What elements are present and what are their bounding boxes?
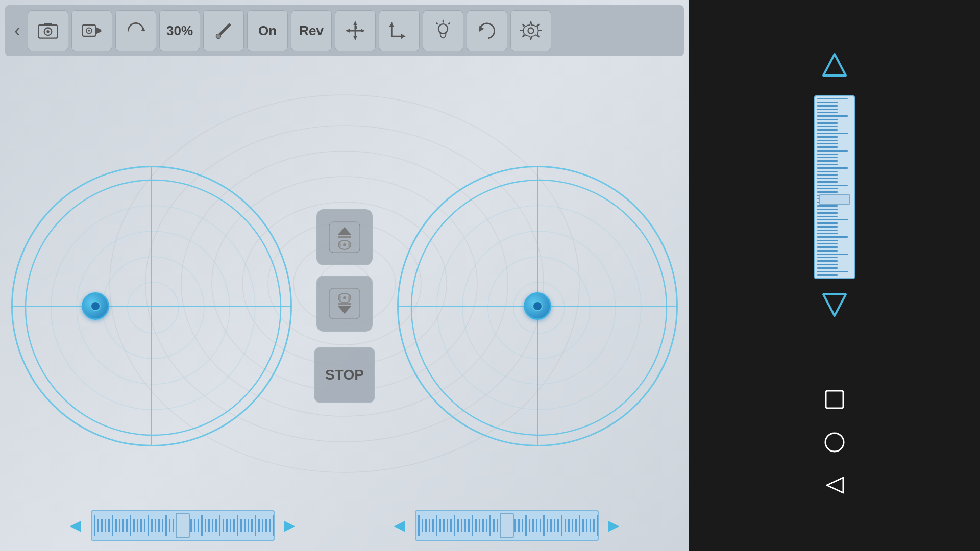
svg-point-14 — [88, 30, 90, 32]
svg-rect-48 — [339, 296, 341, 300]
svg-rect-57 — [826, 391, 843, 408]
svg-marker-56 — [823, 294, 846, 316]
pan-button[interactable]: N — [335, 10, 376, 51]
scroll-up-button[interactable] — [316, 209, 373, 265]
percent-display: 30% — [159, 10, 200, 51]
android-home-button[interactable] — [818, 426, 851, 459]
settings-button[interactable] — [510, 10, 551, 51]
android-square-button[interactable] — [818, 383, 851, 416]
svg-marker-59 — [827, 478, 843, 493]
main-content: STOP — [0, 61, 689, 551]
svg-rect-49 — [348, 296, 350, 300]
svg-rect-38 — [338, 236, 351, 238]
left-slider-left-arrow[interactable]: ◄ — [66, 515, 85, 536]
svg-marker-18 — [353, 21, 357, 25]
svg-line-28 — [436, 23, 437, 24]
left-slider-track[interactable] — [91, 510, 275, 541]
svg-point-30 — [528, 28, 534, 34]
camera-button[interactable] — [28, 10, 68, 51]
left-joystick-dot[interactable] — [82, 292, 109, 320]
on-button[interactable]: On — [247, 10, 288, 51]
android-back-button[interactable] — [818, 469, 851, 502]
vertical-slider-up-arrow[interactable] — [819, 50, 850, 85]
svg-marker-15 — [95, 27, 101, 35]
brush-button[interactable] — [203, 10, 244, 51]
svg-marker-44 — [338, 306, 351, 314]
left-slider-thumb[interactable] — [176, 513, 190, 538]
left-joystick[interactable] — [11, 166, 292, 446]
right-slider-right-arrow[interactable]: ► — [605, 515, 623, 536]
corner-button[interactable] — [379, 10, 420, 51]
svg-point-17 — [216, 34, 220, 38]
light-button[interactable] — [423, 10, 463, 51]
center-panel: STOP — [314, 209, 375, 403]
svg-marker-19 — [353, 36, 357, 40]
reload-button[interactable] — [467, 10, 507, 51]
svg-rect-42 — [348, 243, 350, 247]
left-slider-group: ◄ ► — [66, 510, 299, 541]
video-button[interactable] — [71, 10, 112, 51]
svg-point-40 — [343, 243, 346, 246]
right-joystick-dot[interactable] — [524, 292, 551, 320]
svg-rect-45 — [338, 303, 351, 305]
svg-point-47 — [343, 296, 346, 299]
svg-rect-41 — [339, 243, 341, 247]
bottom-controls: ◄ ► ◄ ► — [0, 510, 689, 541]
vertical-slider-thumb[interactable] — [819, 194, 850, 205]
right-joystick[interactable] — [397, 166, 678, 446]
svg-point-58 — [825, 433, 844, 452]
right-slider-left-arrow[interactable]: ◄ — [390, 515, 409, 536]
svg-marker-23 — [389, 23, 395, 27]
svg-text:N: N — [354, 25, 357, 30]
svg-marker-20 — [346, 29, 350, 32]
svg-line-27 — [449, 23, 450, 24]
svg-marker-29 — [479, 26, 484, 32]
svg-marker-21 — [361, 29, 364, 32]
svg-point-10 — [46, 30, 50, 33]
svg-rect-11 — [44, 23, 52, 26]
left-joystick-crosshair — [11, 166, 292, 446]
vertical-slider[interactable] — [814, 95, 855, 279]
svg-marker-24 — [401, 34, 405, 39]
left-slider-right-arrow[interactable]: ► — [281, 515, 299, 536]
scroll-down-button[interactable] — [316, 276, 373, 332]
svg-marker-37 — [338, 227, 351, 235]
svg-point-25 — [438, 24, 448, 33]
vertical-slider-ticks — [815, 96, 854, 278]
back-button[interactable]: ‹ — [10, 18, 24, 43]
right-slider-group: ◄ ► — [390, 510, 623, 541]
rotate-button[interactable] — [115, 10, 156, 51]
svg-marker-55 — [823, 54, 846, 76]
rev-button[interactable]: Rev — [291, 10, 332, 51]
right-slider-track[interactable] — [415, 510, 599, 541]
right-slider-thumb[interactable] — [500, 513, 514, 538]
right-panel — [689, 0, 980, 551]
stop-button[interactable]: STOP — [314, 347, 375, 403]
vertical-slider-down-arrow[interactable] — [819, 289, 850, 324]
vertical-slider-container — [814, 50, 855, 324]
toolbar: ‹ 3 — [5, 5, 684, 56]
android-nav — [818, 383, 851, 502]
